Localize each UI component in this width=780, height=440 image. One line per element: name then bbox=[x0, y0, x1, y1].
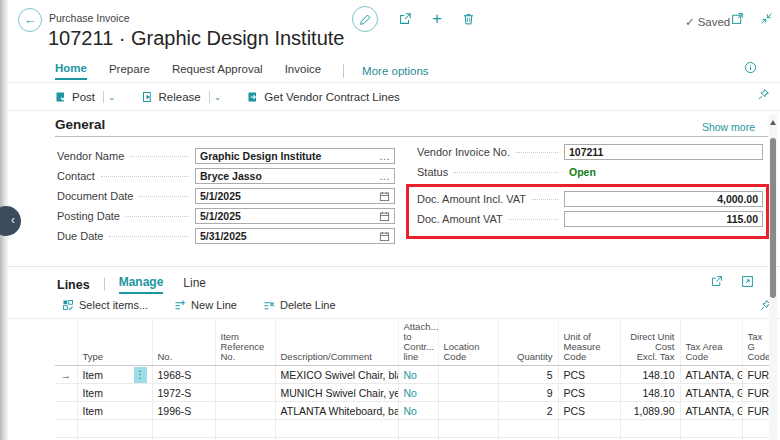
document-date-input[interactable]: 5/1/2025 bbox=[195, 188, 395, 204]
share-icon bbox=[398, 12, 412, 26]
col-no[interactable]: No. bbox=[152, 320, 215, 366]
col-location-code[interactable]: Location Code bbox=[438, 320, 498, 366]
cell-no[interactable]: 1996-S bbox=[152, 402, 215, 420]
cell-type[interactable]: Item bbox=[77, 384, 152, 402]
col-attach-to-contract-line[interactable]: Attach... to Contr... line bbox=[398, 320, 438, 366]
lookup-ellipsis-icon[interactable]: … bbox=[379, 151, 390, 161]
cell-unit-cost[interactable]: 148.10 bbox=[620, 366, 680, 384]
status-badge: Open bbox=[569, 166, 758, 178]
col-description[interactable]: Description/Comment bbox=[275, 320, 398, 366]
lines-tab-line[interactable]: Line bbox=[183, 276, 206, 293]
tab-prepare[interactable]: Prepare bbox=[109, 63, 150, 79]
cell-attach[interactable]: No bbox=[398, 366, 438, 384]
select-items-button[interactable]: Select items... bbox=[62, 299, 148, 311]
more-options-button[interactable]: More options bbox=[362, 65, 428, 77]
col-item-reference-no[interactable]: Item Reference No. bbox=[215, 320, 275, 366]
calendar-icon[interactable] bbox=[379, 211, 390, 222]
general-title-underline bbox=[55, 136, 768, 137]
cell-tax-area[interactable]: ATLANTA, GA bbox=[680, 366, 742, 384]
cell-unit-cost[interactable]: 1,089.90 bbox=[620, 402, 680, 420]
grid-empty-row[interactable] bbox=[55, 420, 770, 438]
cell-tax-group[interactable]: FURI bbox=[742, 402, 770, 420]
scroll-up-arrow-icon[interactable] bbox=[770, 120, 776, 125]
cell-tax-group[interactable]: FURI bbox=[742, 366, 770, 384]
info-button[interactable] bbox=[744, 61, 757, 74]
tab-home[interactable]: Home bbox=[55, 62, 87, 80]
cell-description[interactable]: ATLANTA Whiteboard, base bbox=[275, 402, 398, 420]
cell-attach[interactable]: No bbox=[398, 384, 438, 402]
cell-quantity[interactable]: 2 bbox=[498, 402, 558, 420]
cell-uom[interactable]: PCS bbox=[558, 402, 620, 420]
col-tax-group-code[interactable]: Tax G Code bbox=[742, 320, 770, 366]
release-button[interactable]: Release⌄ bbox=[142, 91, 222, 103]
show-more-link[interactable]: Show more bbox=[702, 121, 755, 133]
col-unit-of-measure[interactable]: Unit of Measure Code bbox=[558, 320, 620, 366]
delete-line-button[interactable]: Delete Line bbox=[263, 299, 336, 311]
cell-type[interactable]: Item⋮ bbox=[77, 366, 152, 384]
cell-quantity[interactable]: 5 bbox=[498, 366, 558, 384]
pin-actionbar-button[interactable] bbox=[757, 88, 770, 101]
cell-item-ref[interactable] bbox=[215, 384, 275, 402]
calendar-icon[interactable] bbox=[379, 231, 390, 242]
delete-button[interactable] bbox=[462, 12, 475, 26]
popout-icon bbox=[731, 12, 744, 25]
focus-mode-button[interactable] bbox=[760, 12, 773, 25]
cell-tax-group[interactable]: FURI bbox=[742, 384, 770, 402]
lines-open-in-window-button[interactable] bbox=[741, 275, 754, 288]
cell-type[interactable]: Item bbox=[77, 402, 152, 420]
lines-grid: Type No. Item Reference No. Description/… bbox=[55, 320, 770, 440]
vertical-scrollbar[interactable] bbox=[769, 114, 777, 440]
post-dropdown-chevron[interactable]: ⌄ bbox=[108, 92, 116, 102]
tab-invoice[interactable]: Invoice bbox=[285, 63, 321, 79]
cell-description[interactable]: MUNICH Swivel Chair, yellow bbox=[275, 384, 398, 402]
cell-unit-cost[interactable]: 148.10 bbox=[620, 384, 680, 402]
lookup-ellipsis-icon[interactable]: … bbox=[379, 171, 390, 181]
back-button[interactable]: ← bbox=[18, 8, 42, 32]
col-type[interactable]: Type bbox=[77, 320, 152, 366]
expand-panel-button[interactable]: ‹ bbox=[0, 206, 21, 236]
post-button[interactable]: Post⌄ bbox=[55, 91, 116, 103]
col-tax-area-code[interactable]: Tax Area Code bbox=[680, 320, 742, 366]
cell-attach[interactable]: No bbox=[398, 402, 438, 420]
col-row-selector[interactable] bbox=[55, 320, 77, 366]
vendor-invoice-no-input[interactable]: 107211 bbox=[564, 144, 763, 160]
cell-no[interactable]: 1972-S bbox=[152, 384, 215, 402]
share-icon bbox=[710, 275, 723, 288]
col-quantity[interactable]: Quantity bbox=[498, 320, 558, 366]
posting-date-input[interactable]: 5/1/2025 bbox=[195, 208, 395, 224]
contact-input[interactable]: Bryce Jasso… bbox=[195, 168, 395, 184]
share-button[interactable] bbox=[398, 12, 412, 26]
lines-share-button[interactable] bbox=[710, 275, 723, 288]
get-lines-icon bbox=[247, 91, 259, 103]
doc-amount-incl-vat-input[interactable]: 4,000.00 bbox=[564, 191, 763, 207]
tab-request-approval[interactable]: Request Approval bbox=[172, 63, 263, 79]
calendar-icon[interactable] bbox=[379, 191, 390, 202]
cell-uom[interactable]: PCS bbox=[558, 366, 620, 384]
get-vendor-contract-lines-button[interactable]: Get Vendor Contract Lines bbox=[247, 91, 404, 103]
cell-tax-area[interactable]: ATLANTA, GA bbox=[680, 384, 742, 402]
release-icon bbox=[142, 91, 154, 103]
cell-location[interactable] bbox=[438, 384, 498, 402]
cell-no[interactable]: 1968-S bbox=[152, 366, 215, 384]
cell-location[interactable] bbox=[438, 366, 498, 384]
cell-description[interactable]: MEXICO Swivel Chair, black bbox=[275, 366, 398, 384]
cell-tax-area[interactable]: ATLANTA, GA bbox=[680, 402, 742, 420]
cell-item-ref[interactable] bbox=[215, 402, 275, 420]
cell-quantity[interactable]: 9 bbox=[498, 384, 558, 402]
col-direct-unit-cost[interactable]: Direct Unit Cost Excl. Tax bbox=[620, 320, 680, 366]
cell-uom[interactable]: PCS bbox=[558, 384, 620, 402]
scrollbar-thumb[interactable] bbox=[770, 138, 776, 298]
vendor-name-input[interactable]: Graphic Design Institute… bbox=[195, 148, 395, 164]
new-line-button[interactable]: New Line bbox=[174, 299, 237, 311]
cell-item-ref[interactable] bbox=[215, 366, 275, 384]
edit-button[interactable] bbox=[352, 6, 378, 32]
lines-tab-manage[interactable]: Manage bbox=[119, 275, 164, 294]
due-date-input[interactable]: 5/31/2025 bbox=[195, 228, 395, 244]
open-in-window-button[interactable] bbox=[731, 12, 744, 25]
new-document-button[interactable]: + bbox=[432, 9, 442, 29]
active-row-marker[interactable]: → bbox=[55, 366, 77, 384]
cell-location[interactable] bbox=[438, 402, 498, 420]
release-dropdown-chevron[interactable]: ⌄ bbox=[214, 92, 222, 102]
row-menu-dots-icon[interactable]: ⋮ bbox=[134, 367, 147, 383]
doc-amount-vat-input[interactable]: 115.00 bbox=[564, 211, 763, 227]
